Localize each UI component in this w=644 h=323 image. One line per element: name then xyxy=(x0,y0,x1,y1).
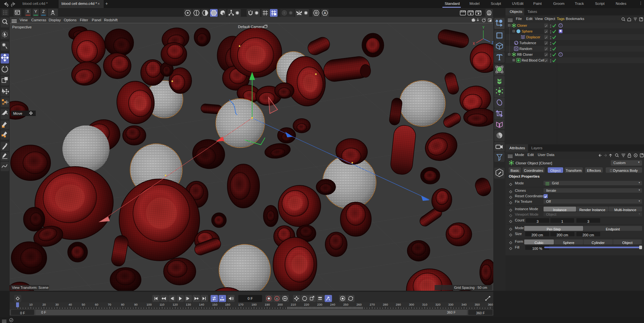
svg-text:30: 30 xyxy=(55,303,59,306)
svg-text:360: 360 xyxy=(488,303,493,306)
svg-text:110: 110 xyxy=(159,303,164,306)
svg-text:190: 190 xyxy=(265,303,270,306)
svg-text:230: 230 xyxy=(317,303,322,306)
svg-text:240: 240 xyxy=(330,303,335,306)
svg-text:View Transform: Scene: View Transform: Scene xyxy=(12,286,49,289)
svg-text:10: 10 xyxy=(29,303,33,306)
svg-text:50: 50 xyxy=(82,303,85,306)
svg-text:80: 80 xyxy=(121,303,125,306)
svg-text:20: 20 xyxy=(43,303,46,306)
svg-text:90: 90 xyxy=(134,303,138,306)
svg-text:200: 200 xyxy=(278,303,283,306)
svg-text:Perspective: Perspective xyxy=(12,25,32,29)
svg-text:100: 100 xyxy=(147,303,152,306)
svg-text:180: 180 xyxy=(251,303,257,306)
svg-text:270: 270 xyxy=(370,303,375,306)
svg-text:Default Camera: Default Camera xyxy=(238,25,264,29)
svg-text:220: 220 xyxy=(304,303,309,306)
svg-text:280: 280 xyxy=(383,303,388,306)
svg-text:210: 210 xyxy=(291,303,296,306)
svg-text:130: 130 xyxy=(186,303,191,306)
svg-text:X: X xyxy=(473,42,475,45)
svg-text:250: 250 xyxy=(343,303,348,306)
svg-text:Move: Move xyxy=(13,112,22,115)
svg-text:A: A xyxy=(276,297,278,300)
svg-text:330: 330 xyxy=(448,303,453,306)
svg-text:320: 320 xyxy=(435,303,440,306)
svg-text:A: A xyxy=(324,11,326,15)
svg-text:70: 70 xyxy=(108,303,111,306)
svg-text:A: A xyxy=(221,296,223,299)
svg-text:260: 260 xyxy=(356,303,362,306)
svg-text:140: 140 xyxy=(199,303,204,306)
svg-text:40: 40 xyxy=(69,303,72,306)
svg-text:Grid Spacing : 50 cm: Grid Spacing : 50 cm xyxy=(454,286,487,289)
svg-text:350: 350 xyxy=(475,303,480,306)
svg-text:170: 170 xyxy=(238,303,243,306)
svg-text:340: 340 xyxy=(461,303,467,306)
svg-text:150: 150 xyxy=(212,303,217,306)
svg-text:120: 120 xyxy=(173,303,178,306)
svg-text:Y: Y xyxy=(482,26,485,29)
svg-text:300: 300 xyxy=(409,303,414,306)
svg-text:310: 310 xyxy=(422,303,427,306)
svg-text:160: 160 xyxy=(225,303,230,306)
svg-text:60: 60 xyxy=(95,303,99,306)
svg-text:290: 290 xyxy=(396,303,401,306)
